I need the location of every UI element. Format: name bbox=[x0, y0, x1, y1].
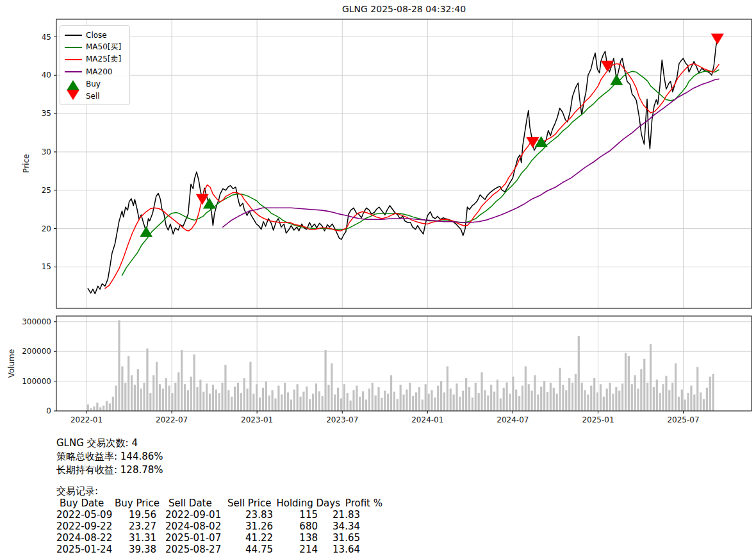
legend-label: Buy bbox=[86, 79, 101, 88]
trade-header-cell: Sell Date bbox=[160, 497, 227, 509]
svg-text:2023-01: 2023-01 bbox=[241, 415, 273, 424]
legend-line-swatch bbox=[64, 71, 82, 72]
chart-legend: CloseMA50[买]MA25[卖]MA200BuySell bbox=[60, 25, 130, 105]
trade-cell: 2025-08-27 bbox=[156, 544, 224, 555]
trade-cell: 680 bbox=[273, 521, 318, 532]
trade-cell: 13.64 bbox=[318, 544, 360, 555]
svg-text:35: 35 bbox=[42, 109, 51, 118]
volume-axis-label: Volume bbox=[7, 349, 16, 378]
legend-label: Close bbox=[86, 31, 107, 40]
trade-header-cell: Buy Price bbox=[111, 497, 160, 509]
svg-text:2025-01: 2025-01 bbox=[582, 415, 614, 424]
trade-records-table: Buy DateBuy PriceSell DateSell PriceHold… bbox=[56, 497, 382, 555]
trade-cell: 115 bbox=[273, 509, 318, 521]
svg-text:2025-07: 2025-07 bbox=[667, 415, 699, 424]
sell-triangle-icon bbox=[64, 92, 82, 100]
svg-text:25: 25 bbox=[42, 186, 51, 195]
trade-cell: 2025-01-24 bbox=[56, 544, 108, 555]
svg-text:100000: 100000 bbox=[22, 377, 51, 386]
trade-cell: 2022-09-01 bbox=[156, 509, 224, 521]
svg-text:40: 40 bbox=[42, 71, 51, 79]
legend-line-swatch bbox=[64, 47, 82, 48]
trade-cell: 2022-05-09 bbox=[56, 509, 108, 521]
trade-count-line: GLNG 交易次数: 4 bbox=[56, 437, 163, 450]
trade-row: 2022-09-2223.272024-08-0231.2668034.34 bbox=[56, 521, 382, 532]
trade-header-cell: Sell Price bbox=[227, 497, 276, 509]
svg-text:2024-07: 2024-07 bbox=[497, 415, 529, 424]
legend-item-ma200: MA200 bbox=[64, 65, 126, 78]
strategy-return-line: 策略总收益率: 144.86% bbox=[56, 450, 163, 463]
trade-cell: 34.34 bbox=[318, 521, 360, 532]
svg-text:45: 45 bbox=[42, 33, 51, 42]
svg-text:200000: 200000 bbox=[22, 347, 51, 356]
svg-text:15: 15 bbox=[42, 262, 51, 271]
trade-header-cell: Holding Days bbox=[276, 497, 340, 509]
trade-row: 2025-01-2439.382025-08-2744.7521413.64 bbox=[56, 544, 382, 555]
trade-cell: 2024-08-02 bbox=[156, 521, 224, 532]
trade-cell: 31.26 bbox=[224, 521, 273, 532]
trade-cell: 138 bbox=[273, 532, 318, 544]
trade-header-cell: Buy Date bbox=[56, 497, 111, 509]
svg-text:300000: 300000 bbox=[22, 317, 51, 326]
buy-triangle-icon bbox=[64, 80, 82, 88]
trade-cell: 23.83 bbox=[224, 509, 273, 521]
legend-line-swatch bbox=[64, 35, 82, 36]
trade-row: 2022-05-0919.562022-09-0123.8311521.83 bbox=[56, 509, 382, 521]
legend-label: MA50[买] bbox=[86, 42, 121, 53]
svg-text:2024-01: 2024-01 bbox=[411, 415, 443, 424]
trade-records-label: 交易记录: bbox=[56, 485, 98, 497]
strategy-summary: GLNG 交易次数: 4 策略总收益率: 144.86% 长期持有收益: 128… bbox=[56, 437, 163, 477]
svg-text:2022-07: 2022-07 bbox=[156, 415, 188, 424]
legend-item-buy: Buy bbox=[64, 78, 126, 90]
trade-cell: 44.75 bbox=[224, 544, 273, 555]
trade-cell: 2024-08-22 bbox=[56, 532, 108, 544]
trade-cell: 39.38 bbox=[108, 544, 156, 555]
legend-item-close: Close bbox=[64, 29, 126, 41]
trade-cell: 2022-09-22 bbox=[56, 521, 108, 532]
svg-text:0: 0 bbox=[46, 406, 51, 415]
svg-text:2023-07: 2023-07 bbox=[326, 415, 358, 424]
hold-return-line: 长期持有收益: 128.78% bbox=[56, 463, 163, 477]
trade-cell: 2025-01-07 bbox=[156, 532, 224, 544]
legend-label: MA200 bbox=[86, 67, 112, 76]
legend-item-sell: Sell bbox=[64, 90, 126, 102]
legend-label: Sell bbox=[86, 92, 100, 101]
legend-label: MA25[卖] bbox=[86, 54, 121, 65]
trade-cell: 31.31 bbox=[108, 532, 156, 544]
trade-cell: 21.83 bbox=[318, 509, 360, 521]
price-axis-label: Price bbox=[22, 154, 31, 172]
svg-text:30: 30 bbox=[42, 147, 51, 156]
trade-cell: 214 bbox=[273, 544, 318, 555]
trade-header-cell: Profit % bbox=[340, 497, 382, 509]
stock-analysis-figure: GLNG 2025-08-28 04:32:40 152025303540450… bbox=[0, 0, 756, 559]
legend-item-ma50: MA50[买] bbox=[64, 41, 126, 53]
trade-cell: 23.27 bbox=[108, 521, 156, 532]
svg-text:2022-01: 2022-01 bbox=[70, 415, 103, 424]
trade-table-header: Buy DateBuy PriceSell DateSell PriceHold… bbox=[56, 497, 382, 509]
trade-row: 2024-08-2231.312025-01-0741.2213831.65 bbox=[56, 532, 382, 544]
trade-cell: 41.22 bbox=[224, 532, 273, 544]
trade-cell: 31.65 bbox=[318, 532, 360, 544]
chart-title: GLNG 2025-08-28 04:32:40 bbox=[56, 4, 752, 14]
trade-cell: 19.56 bbox=[108, 509, 156, 521]
legend-item-ma25: MA25[卖] bbox=[64, 53, 126, 65]
svg-text:20: 20 bbox=[42, 224, 51, 233]
legend-line-swatch bbox=[64, 59, 82, 60]
